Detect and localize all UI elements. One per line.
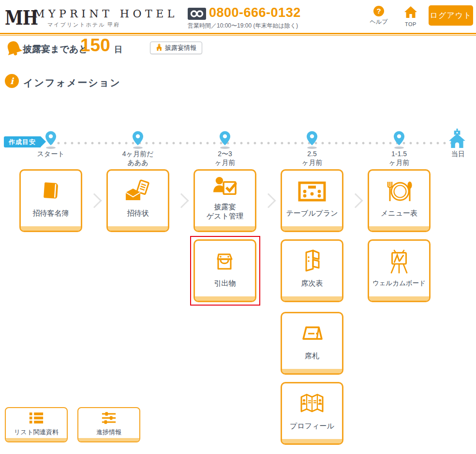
map-pin-icon	[394, 131, 404, 147]
timeline-ribbon: 作成目安	[4, 136, 41, 147]
pin-shadow	[307, 146, 317, 149]
chevron-right-icon	[348, 193, 363, 208]
card-profile[interactable]: プロフィール	[281, 382, 343, 445]
milestone-label: 当日	[422, 149, 476, 158]
header-divider-thin	[0, 35, 476, 36]
card-label: 進捗情報	[96, 428, 121, 437]
page: MH MYPRINT HOTEL マイプリントホテル 甲府 0800-666-0…	[0, 0, 476, 454]
card-label: 披露宴 ゲスト管理	[207, 203, 243, 221]
sliders-icon	[101, 411, 117, 426]
logout-button[interactable]: ログアウト	[429, 5, 473, 26]
card-progress[interactable]: 進捗情報	[77, 407, 140, 442]
card-list-docs[interactable]: リスト関連資料	[5, 407, 68, 442]
chevron-right-icon	[87, 193, 102, 208]
welcome-board-icon	[387, 248, 412, 276]
card-label: 席次表	[301, 279, 323, 288]
business-hours: 営業時間／10:00〜19:00 (年末年始は除く)	[188, 22, 298, 30]
header: MH MYPRINT HOTEL マイプリントホテル 甲府 0800-666-0…	[0, 0, 476, 36]
reception-info-label: 披露宴情報	[165, 44, 196, 52]
map-pin-icon	[45, 131, 56, 147]
chevron-right-icon	[174, 193, 189, 208]
card-label: リスト関連資料	[14, 428, 59, 437]
card-label: プロフィール	[290, 422, 334, 431]
header-divider	[0, 33, 476, 34]
map-pin-icon	[133, 131, 143, 147]
gift-bag-icon	[213, 248, 237, 276]
profile-leaflet-icon	[298, 390, 326, 418]
pin-shadow	[133, 146, 143, 149]
countdown-days: 150	[80, 36, 110, 54]
milestone-label: スタート	[15, 149, 87, 158]
card-place-card[interactable]: 席札	[281, 312, 343, 375]
card-label: ウェルカムボード	[372, 279, 426, 288]
menu-plate-icon	[384, 177, 414, 205]
home-icon	[404, 12, 417, 20]
milestone-label: 2.5ヶ月前	[276, 149, 348, 167]
card-label: メニュー表	[381, 209, 417, 218]
card-guest-manage[interactable]: 披露宴 ゲスト管理	[193, 169, 256, 232]
card-label: テーブルプラン	[286, 209, 338, 218]
place-card-icon	[298, 320, 326, 348]
countdown-unit: 日	[114, 44, 122, 55]
brand-subtitle: マイプリントホテル 甲府	[47, 21, 120, 29]
map-pin-icon	[220, 131, 230, 147]
seating-chart-icon	[300, 248, 324, 276]
table-plan-icon	[298, 177, 327, 205]
info-icon: i	[5, 74, 19, 88]
top-button[interactable]: TOP	[400, 6, 422, 27]
bell-icon	[5, 40, 22, 58]
chevron-right-icon	[261, 193, 276, 208]
milestone-label: 2〜3ヶ月前	[189, 149, 261, 167]
help-button[interactable]: ? ヘルプ	[367, 6, 391, 26]
pin-shadow	[46, 146, 56, 149]
card-invitation[interactable]: 招待状	[106, 169, 169, 232]
map-pin-icon	[307, 131, 317, 147]
card-menu[interactable]: メニュー表	[368, 169, 431, 232]
wedding-day-chapel-icon	[448, 129, 466, 150]
pin-shadow	[220, 146, 230, 149]
card-guest-list[interactable]: 招待客名簿	[19, 169, 82, 232]
card-welcome-board[interactable]: ウェルカムボード	[368, 239, 431, 302]
phone-number: 0800-666-0132	[209, 5, 301, 20]
freedial-phone-icon	[188, 8, 206, 22]
reception-info-button[interactable]: 披露宴情報	[150, 42, 202, 54]
invitation-envelope-icon	[124, 177, 152, 205]
information-title: インフォメーション	[23, 76, 121, 89]
milestone-label: 4ヶ月前だあああ	[102, 149, 174, 167]
card-label: 招待客名簿	[33, 209, 69, 218]
list-icon	[29, 411, 44, 426]
chapel-icon	[156, 44, 163, 52]
card-label: 招待状	[127, 209, 149, 218]
brand-title: MYPRINT HOTEL	[34, 8, 178, 20]
help-label: ヘルプ	[367, 18, 391, 26]
pin-shadow	[394, 146, 404, 149]
guest-check-icon	[212, 175, 238, 199]
card-table-plan[interactable]: テーブルプラン	[281, 169, 343, 232]
card-seating-chart[interactable]: 席次表	[281, 239, 343, 302]
countdown-prefix: 披露宴まであと	[23, 43, 88, 56]
address-book-icon	[38, 177, 64, 205]
logo-mark: MH	[5, 6, 38, 29]
card-label: 引出物	[214, 279, 236, 288]
card-gift[interactable]: 引出物	[193, 239, 256, 302]
card-label: 席札	[305, 351, 319, 361]
top-label: TOP	[400, 21, 422, 27]
question-icon: ?	[373, 6, 384, 16]
